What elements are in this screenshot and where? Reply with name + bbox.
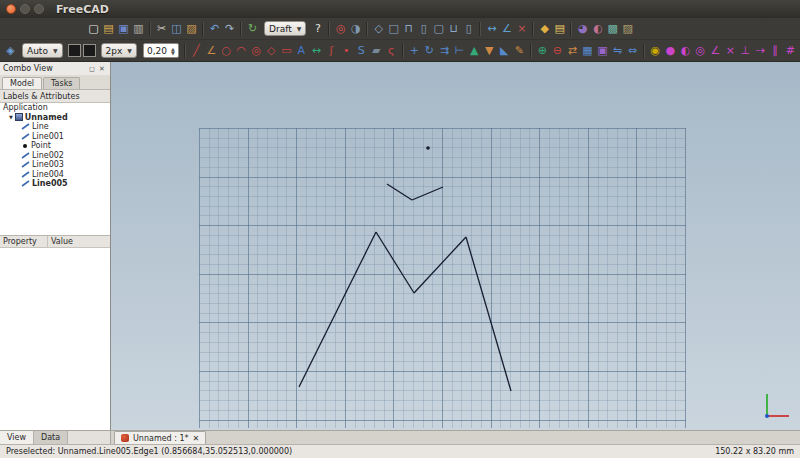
draft-text-icon[interactable]: A: [294, 42, 309, 60]
whats-this-icon[interactable]: ?: [310, 20, 325, 38]
sketch-line001[interactable]: [412, 187, 443, 200]
draft-point-icon[interactable]: •: [339, 42, 354, 60]
tree-item-line001[interactable]: Line001: [0, 132, 110, 142]
copy-icon[interactable]: ◫: [169, 20, 184, 38]
left-view-icon[interactable]: ▯: [461, 20, 476, 38]
draft-move-icon[interactable]: +: [407, 42, 422, 60]
sketch-line005[interactable]: [466, 237, 511, 391]
sketch-line002[interactable]: [299, 232, 376, 387]
axonometric-view-icon[interactable]: ◇: [371, 20, 386, 38]
draft-dimension-icon[interactable]: ↔: [309, 42, 324, 60]
random-color-icon[interactable]: ◐: [590, 20, 605, 38]
value-column-header[interactable]: Value: [48, 236, 76, 247]
draft-ellipse-icon[interactable]: ◎: [249, 42, 264, 60]
tree-item-line005[interactable]: Line005: [0, 179, 110, 189]
snap-extension-icon[interactable]: ⇢: [753, 42, 768, 60]
tree-item-line002[interactable]: Line002: [0, 151, 110, 161]
fit-all-icon[interactable]: ◎: [333, 20, 348, 38]
save-document-icon[interactable]: ▣: [116, 20, 131, 38]
undo-icon[interactable]: ↶: [207, 20, 222, 38]
measure-distance-icon[interactable]: ↔: [484, 20, 499, 38]
workbench-selector[interactable]: Draft ▼: [264, 21, 306, 36]
rear-view-icon[interactable]: ▢: [431, 20, 446, 38]
redo-icon[interactable]: ↷: [222, 20, 237, 38]
draft-del-point-icon[interactable]: ⊖: [550, 42, 565, 60]
draft-mirror-icon[interactable]: ⇋: [610, 42, 625, 60]
paste-icon[interactable]: ▨: [184, 20, 199, 38]
tree-item-line[interactable]: Line: [0, 122, 110, 132]
draft-facebinder-icon[interactable]: ▰: [369, 42, 384, 60]
snap-endpoint-icon[interactable]: ●: [663, 42, 678, 60]
line-color-swatch[interactable]: [68, 44, 81, 57]
draft-add-point-icon[interactable]: ⊕: [535, 42, 550, 60]
draft-upgrade-icon[interactable]: ▲: [467, 42, 482, 60]
draft-shapestring-icon[interactable]: S: [354, 42, 369, 60]
draft-scale-icon[interactable]: ◣: [497, 42, 512, 60]
draft-polygon-icon[interactable]: ◇: [264, 42, 279, 60]
tree-item-unnamed[interactable]: ▼Unnamed: [0, 113, 110, 123]
line-width-selector[interactable]: 2px ▼: [101, 43, 137, 58]
snap-angle-icon[interactable]: ∠: [708, 42, 723, 60]
tab-tasks[interactable]: Tasks: [43, 77, 80, 89]
print-icon[interactable]: ▥: [131, 20, 146, 38]
refresh-icon[interactable]: ↻: [245, 20, 260, 38]
draft-array-icon[interactable]: ▦: [580, 42, 595, 60]
snap-intersection-icon[interactable]: ×: [723, 42, 738, 60]
front-view-icon[interactable]: □: [386, 20, 401, 38]
draft-rectangle-icon[interactable]: ▭: [279, 42, 294, 60]
tab-model[interactable]: Model: [2, 77, 42, 89]
draft-downgrade-icon[interactable]: ▼: [482, 42, 497, 60]
draft-bspline-icon[interactable]: ʃ: [324, 42, 339, 60]
draft-arc-icon[interactable]: ◠: [234, 42, 249, 60]
snap-parallel-icon[interactable]: ∥: [768, 42, 783, 60]
close-button[interactable]: [6, 4, 16, 14]
clear-measurement-icon[interactable]: ×: [514, 20, 529, 38]
sketch-line004[interactable]: [414, 237, 466, 293]
tree-item-line003[interactable]: Line003: [0, 160, 110, 170]
texture-mapping-icon[interactable]: ▨: [620, 20, 635, 38]
tab-data[interactable]: Data: [34, 431, 68, 444]
minimize-button[interactable]: [20, 4, 30, 14]
bottom-view-icon[interactable]: ⊔: [446, 20, 461, 38]
draft-edit-icon[interactable]: ✎: [512, 42, 527, 60]
snap-perpendicular-icon[interactable]: ⊥: [738, 42, 753, 60]
snap-grid-icon[interactable]: #: [783, 42, 798, 60]
right-view-icon[interactable]: ▯: [416, 20, 431, 38]
spin-arrows-icon[interactable]: ▲▼: [171, 47, 175, 55]
draft-rotate-icon[interactable]: ↻: [422, 42, 437, 60]
sketch-line003[interactable]: [376, 232, 414, 293]
working-plane-selector[interactable]: Auto ▼: [22, 43, 63, 58]
snap-lock-icon[interactable]: ◉: [648, 42, 663, 60]
draft-clone-icon[interactable]: ▣: [595, 42, 610, 60]
construction-mode-icon[interactable]: ◈: [3, 42, 18, 60]
scene-inspector-icon[interactable]: ▩: [605, 20, 620, 38]
top-view-icon[interactable]: ⊓: [401, 20, 416, 38]
snap-midpoint-icon[interactable]: ◐: [678, 42, 693, 60]
property-column-header[interactable]: Property: [0, 236, 48, 247]
cut-icon[interactable]: ✂: [154, 20, 169, 38]
tab-view[interactable]: View: [0, 431, 34, 444]
draft-wire-icon[interactable]: ∠: [204, 42, 219, 60]
close-tab-icon[interactable]: ✕: [193, 434, 200, 443]
draft-offset-icon[interactable]: ⇉: [437, 42, 452, 60]
open-document-icon[interactable]: ▤: [101, 20, 116, 38]
create-group-icon[interactable]: ▤: [552, 20, 567, 38]
draft-circle-icon[interactable]: ○: [219, 42, 234, 60]
sketch-point[interactable]: [426, 146, 430, 150]
document-tab[interactable]: Unnamed : 1* ✕: [114, 431, 206, 444]
face-color-swatch[interactable]: [83, 44, 96, 57]
draft-line-icon[interactable]: ╱: [189, 42, 204, 60]
snap-center-icon[interactable]: ◎: [693, 42, 708, 60]
draft-trimex-icon[interactable]: ⊢: [452, 42, 467, 60]
draw-style-icon[interactable]: ◑: [348, 20, 363, 38]
titlebar[interactable]: FreeCAD: [0, 0, 800, 18]
text-scale-spinbox[interactable]: 0,20 ▲▼: [143, 43, 179, 58]
sketch-line[interactable]: [387, 184, 412, 200]
draft-stretch-icon[interactable]: ⇔: [625, 42, 640, 60]
appearance-icon[interactable]: ◕: [575, 20, 590, 38]
tree-item-point[interactable]: Point: [0, 141, 110, 151]
tree-item-line004[interactable]: Line004: [0, 170, 110, 180]
create-part-icon[interactable]: ◆: [537, 20, 552, 38]
3d-viewport[interactable]: [111, 62, 800, 430]
expand-arrow-icon[interactable]: ▼: [9, 114, 13, 120]
